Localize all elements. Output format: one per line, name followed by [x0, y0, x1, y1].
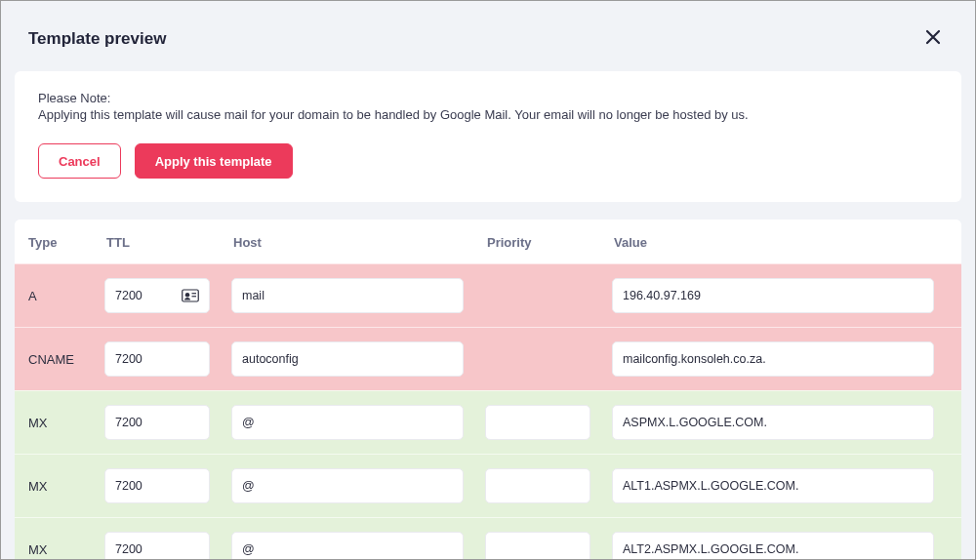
priority-input[interactable]	[485, 468, 590, 503]
priority-input[interactable]	[485, 532, 590, 560]
priority-cell	[485, 278, 612, 313]
value-value: ALT1.ASPMX.L.GOOGLE.COM.	[623, 479, 923, 493]
ttl-value: 7200	[115, 289, 182, 302]
host-value: @	[242, 542, 453, 556]
ttl-cell: 7200	[104, 532, 231, 560]
host-input[interactable]: @	[231, 468, 464, 503]
table-row: A 7200 mail 196.40.97.169	[15, 263, 961, 327]
priority-input[interactable]	[485, 405, 590, 440]
col-priority: Priority	[485, 235, 612, 250]
note-card: Please Note: Applying this template will…	[15, 71, 961, 202]
value-value: mailconfig.konsoleh.co.za.	[623, 352, 923, 366]
value-cell: ALT1.ASPMX.L.GOOGLE.COM.	[612, 468, 944, 503]
value-cell: mailconfig.konsoleh.co.za.	[612, 341, 944, 377]
value-input[interactable]: 196.40.97.169	[612, 278, 934, 313]
contact-card-icon	[182, 289, 199, 302]
record-type: A	[26, 289, 104, 303]
table-row: MX 7200 @ ASPMX.L.GOOGLE.COM.	[15, 390, 961, 454]
template-preview-modal: Template preview Please Note: Applying t…	[0, 0, 976, 560]
host-value: autoconfig	[242, 352, 453, 366]
table-row: MX 7200 @ ALT1.ASPMX.L.GOOGLE.COM.	[15, 454, 961, 517]
host-input[interactable]: mail	[231, 278, 464, 313]
svg-point-1	[185, 293, 190, 298]
apply-template-button[interactable]: Apply this template	[135, 143, 293, 179]
close-icon	[924, 26, 942, 51]
col-type: Type	[26, 235, 104, 250]
value-input[interactable]: ASPMX.L.GOOGLE.COM.	[612, 405, 934, 440]
host-cell: mail	[231, 278, 485, 313]
button-row: Cancel Apply this template	[38, 143, 938, 179]
ttl-input[interactable]: 7200	[104, 532, 210, 560]
priority-cell	[485, 468, 612, 503]
value-input[interactable]: mailconfig.konsoleh.co.za.	[612, 341, 934, 377]
col-ttl: TTL	[104, 235, 231, 250]
value-cell: ALT2.ASPMX.L.GOOGLE.COM.	[612, 532, 944, 560]
col-value: Value	[612, 235, 944, 250]
table-row: MX 7200 @ ALT2.ASPMX.L.GOOGLE.COM.	[15, 517, 961, 560]
col-host: Host	[231, 235, 485, 250]
ttl-cell: 7200	[104, 468, 231, 503]
modal-header: Template preview	[1, 1, 975, 65]
host-cell: @	[231, 532, 485, 560]
host-cell: autoconfig	[231, 341, 485, 377]
ttl-input[interactable]: 7200	[104, 405, 210, 440]
host-value: mail	[242, 289, 453, 302]
cancel-button[interactable]: Cancel	[38, 143, 121, 179]
ttl-value: 7200	[115, 542, 182, 556]
ttl-input[interactable]: 7200	[104, 341, 210, 377]
value-value: ASPMX.L.GOOGLE.COM.	[623, 416, 923, 429]
ttl-value: 7200	[115, 479, 182, 493]
host-input[interactable]: @	[231, 532, 464, 560]
ttl-cell: 7200	[104, 278, 231, 313]
ttl-cell: 7200	[104, 405, 231, 440]
dns-records-table: Type TTL Host Priority Value A 7200 mail	[15, 220, 961, 560]
host-cell: @	[231, 468, 485, 503]
record-type: MX	[26, 416, 104, 430]
value-cell: 196.40.97.169	[612, 278, 944, 313]
table-row: CNAME 7200 autoconfig mailconfig.konsole…	[15, 327, 961, 390]
value-input[interactable]: ALT1.ASPMX.L.GOOGLE.COM.	[612, 468, 934, 503]
priority-cell	[485, 405, 612, 440]
host-value: @	[242, 416, 453, 429]
value-value: 196.40.97.169	[623, 289, 923, 302]
table-header-row: Type TTL Host Priority Value	[15, 220, 961, 263]
ttl-input[interactable]: 7200	[104, 468, 210, 503]
priority-cell	[485, 341, 612, 377]
host-input[interactable]: autoconfig	[231, 341, 464, 377]
ttl-value: 7200	[115, 352, 182, 366]
record-type: MX	[26, 479, 104, 494]
priority-cell	[485, 532, 612, 560]
host-cell: @	[231, 405, 485, 440]
close-button[interactable]	[918, 24, 948, 54]
note-body: Applying this template will cause mail f…	[38, 107, 938, 122]
value-value: ALT2.ASPMX.L.GOOGLE.COM.	[623, 542, 923, 556]
value-cell: ASPMX.L.GOOGLE.COM.	[612, 405, 944, 440]
host-input[interactable]: @	[231, 405, 464, 440]
modal-title: Template preview	[28, 29, 166, 49]
ttl-value: 7200	[115, 416, 182, 429]
value-input[interactable]: ALT2.ASPMX.L.GOOGLE.COM.	[612, 532, 934, 560]
record-type: CNAME	[26, 352, 104, 367]
ttl-input[interactable]: 7200	[104, 278, 210, 313]
record-type: MX	[26, 542, 104, 557]
host-value: @	[242, 479, 453, 493]
note-label: Please Note:	[38, 91, 938, 105]
ttl-cell: 7200	[104, 341, 231, 377]
